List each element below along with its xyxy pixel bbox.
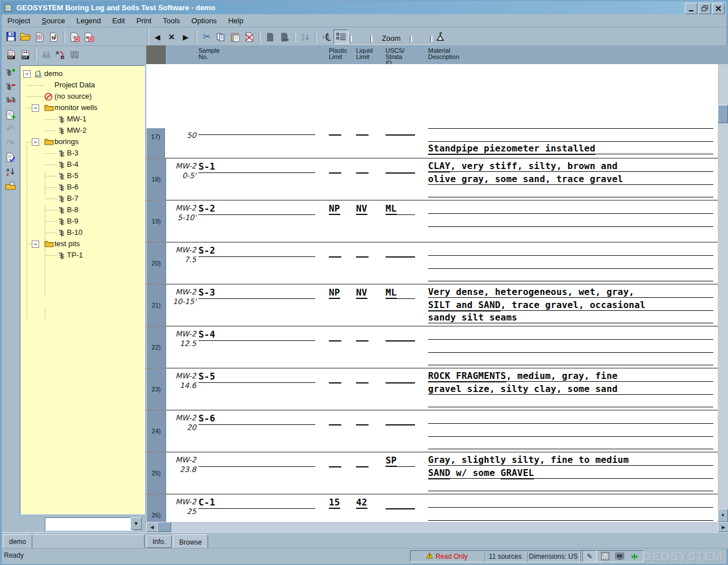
- sample-cell[interactable]: S-4: [198, 329, 215, 340]
- tree-item-mw-1[interactable]: MW-1: [67, 115, 86, 123]
- depth-label[interactable]: 20: [166, 423, 196, 432]
- description-line[interactable]: [428, 244, 713, 255]
- tree-item-b-6[interactable]: B-6: [67, 183, 78, 191]
- add-boring-button[interactable]: [3, 66, 18, 79]
- connection-icon[interactable]: [628, 551, 641, 562]
- delete-boring-button[interactable]: [3, 80, 18, 93]
- doc-remove-button[interactable]: [67, 30, 82, 44]
- depth-label[interactable]: 12.5: [166, 339, 196, 348]
- description-line[interactable]: [428, 438, 713, 449]
- tree-item-b-8[interactable]: B-8: [67, 205, 78, 214]
- plastic-limit-cell[interactable]: [329, 172, 341, 174]
- tree-item-test-pits[interactable]: test pits: [54, 239, 80, 248]
- scroll-left-button[interactable]: ◀: [146, 522, 158, 532]
- tab-info[interactable]: Info.: [146, 536, 172, 548]
- uscs-cell[interactable]: [386, 161, 415, 171]
- log-view-button[interactable]: 1: [319, 30, 333, 44]
- next-record-button[interactable]: ▶: [179, 30, 193, 44]
- scroll-down-button[interactable]: ▼: [718, 509, 728, 522]
- plastic-limit-cell[interactable]: [329, 424, 341, 425]
- depth-label[interactable]: 23.8: [166, 465, 196, 474]
- sample-cell[interactable]: S-2: [198, 203, 215, 214]
- restore-button[interactable]: [699, 3, 711, 14]
- description-line[interactable]: [428, 412, 713, 423]
- sample-cell[interactable]: C-1: [198, 497, 215, 508]
- plastic-limit-cell[interactable]: 15: [329, 497, 340, 508]
- tree-collapse-box[interactable]: [32, 241, 39, 248]
- find-button[interactable]: [39, 48, 53, 61]
- row-number[interactable]: 18): [146, 159, 166, 200]
- depth-label[interactable]: 7.5: [166, 255, 196, 264]
- tree-item-b-7[interactable]: B-7: [67, 194, 78, 203]
- insert-page-button[interactable]: [263, 30, 277, 44]
- row-number[interactable]: 17): [146, 128, 165, 158]
- description-line[interactable]: Standpipe piezometer installed: [428, 143, 713, 154]
- tree-collapse-box[interactable]: [32, 138, 39, 146]
- tree-collapse-box[interactable]: [23, 70, 31, 78]
- row-number[interactable]: 26): [146, 495, 166, 522]
- description-line[interactable]: gravel size, silty clay, some sand: [428, 383, 713, 394]
- row-number[interactable]: 22): [146, 327, 166, 368]
- plastic-limit-cell[interactable]: [329, 256, 341, 258]
- tree-item-b-9[interactable]: B-9: [67, 217, 78, 225]
- search-combo-input[interactable]: [45, 517, 133, 531]
- tree-collapse-box[interactable]: [32, 104, 39, 112]
- depth-label[interactable]: MW-2: [166, 372, 196, 380]
- uscs-cell[interactable]: ML: [386, 203, 397, 214]
- description-line[interactable]: [428, 328, 713, 339]
- undo-button[interactable]: ↶: [3, 123, 18, 136]
- menu-legend[interactable]: Legend: [71, 15, 107, 26]
- horizontal-scrollbar[interactable]: ◀ ▶: [146, 522, 728, 532]
- prev-record-button[interactable]: ◀: [150, 30, 164, 44]
- description-line[interactable]: Gray, slightly silty, fine to medium: [428, 454, 713, 465]
- description-line[interactable]: SAND w/ some GRAVEL: [428, 467, 713, 478]
- uscs-cell[interactable]: [386, 245, 415, 255]
- close-button[interactable]: [712, 3, 725, 14]
- depth-label[interactable]: MW-2: [166, 497, 196, 506]
- row-number[interactable]: 21): [146, 285, 166, 326]
- tree-item-b-4[interactable]: B-4: [67, 160, 78, 168]
- plastic-limit-cell[interactable]: [329, 466, 341, 467]
- columns-button[interactable]: [67, 48, 82, 61]
- sample-cell[interactable]: S-3: [198, 287, 215, 298]
- test-flask-button[interactable]: [434, 30, 448, 44]
- depth-label[interactable]: MW-2: [166, 330, 196, 338]
- combo-dropdown-button[interactable]: ▼: [130, 517, 142, 530]
- description-line[interactable]: CLAY, very stiff, silty, brown and: [428, 161, 713, 171]
- depth-label[interactable]: 10-15': [166, 297, 196, 306]
- menu-help[interactable]: Help: [222, 15, 249, 26]
- delete-cell-button[interactable]: [242, 30, 256, 44]
- open-button[interactable]: [18, 30, 32, 44]
- description-line[interactable]: Very dense, heterogeneous, wet, gray,: [428, 286, 713, 297]
- uscs-cell[interactable]: [386, 329, 415, 339]
- tree-item-demo[interactable]: demo: [44, 69, 63, 78]
- liquid-limit-cell[interactable]: [356, 172, 369, 174]
- depth-label[interactable]: 25: [166, 507, 196, 516]
- description-line[interactable]: [428, 509, 713, 520]
- description-line[interactable]: [428, 396, 713, 407]
- liquid-limit-cell[interactable]: NV: [356, 203, 367, 214]
- check-document-button[interactable]: [3, 151, 18, 164]
- uscs-cell[interactable]: ML: [386, 287, 397, 298]
- monitor-icon[interactable]: [613, 551, 627, 562]
- plastic-limit-cell[interactable]: NP: [329, 203, 340, 214]
- depth-label[interactable]: MW-2: [166, 204, 196, 212]
- tree-item-project-data[interactable]: Project Data: [54, 81, 95, 89]
- description-line[interactable]: [428, 258, 713, 268]
- description-line[interactable]: [428, 117, 713, 128]
- liquid-limit-cell[interactable]: [356, 256, 369, 258]
- plastic-limit-cell[interactable]: NP: [329, 287, 340, 298]
- sort-button[interactable]: 99: [298, 30, 312, 44]
- doc-report-button[interactable]: N: [46, 30, 61, 44]
- sample-cell[interactable]: [198, 455, 315, 466]
- sample-cell[interactable]: S-5: [198, 371, 215, 382]
- datasheet-icon[interactable]: [598, 551, 612, 562]
- vertical-scrollbar-thumb[interactable]: [718, 105, 728, 123]
- depth-label[interactable]: MW-2: [166, 414, 196, 422]
- liquid-limit-cell[interactable]: [356, 466, 369, 467]
- export-dxf-button[interactable]: DXF: [4, 48, 18, 61]
- depth-label[interactable]: 0-5': [166, 171, 196, 180]
- remove-page-button[interactable]: [277, 30, 291, 44]
- description-line[interactable]: olive gray, some sand, trace gravel: [428, 174, 713, 184]
- tree-item-borings[interactable]: borings: [54, 137, 79, 146]
